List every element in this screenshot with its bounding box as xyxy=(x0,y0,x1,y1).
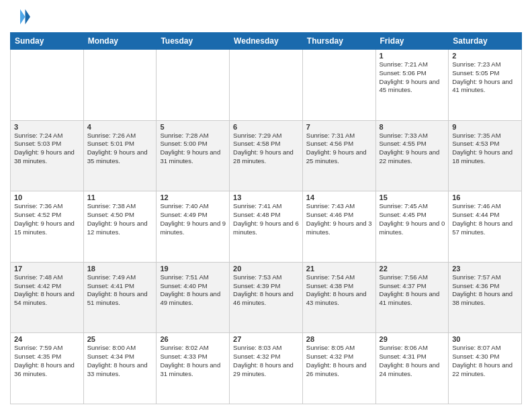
day-number: 22 xyxy=(380,265,445,273)
calendar-cell: 22Sunrise: 7:56 AMSunset: 4:37 PMDayligh… xyxy=(375,262,449,333)
day-info: Sunrise: 7:36 AMSunset: 4:52 PMDaylight:… xyxy=(14,202,80,236)
calendar-cell: 14Sunrise: 7:43 AMSunset: 4:46 PMDayligh… xyxy=(302,191,375,263)
weekday-header: Monday xyxy=(83,33,157,50)
day-number: 14 xyxy=(306,193,372,201)
day-info: Sunrise: 8:07 AMSunset: 4:30 PMDaylight:… xyxy=(452,344,518,378)
day-number: 6 xyxy=(233,123,299,131)
calendar-cell: 24Sunrise: 7:59 AMSunset: 4:35 PMDayligh… xyxy=(11,333,84,404)
calendar-cell: 16Sunrise: 7:46 AMSunset: 4:44 PMDayligh… xyxy=(449,191,522,263)
calendar-cell: 10Sunrise: 7:36 AMSunset: 4:52 PMDayligh… xyxy=(11,191,84,263)
calendar-cell xyxy=(157,50,230,121)
calendar-cell: 4Sunrise: 7:26 AMSunset: 5:01 PMDaylight… xyxy=(83,120,157,191)
calendar-week-row: 24Sunrise: 7:59 AMSunset: 4:35 PMDayligh… xyxy=(11,333,522,404)
logo-icon xyxy=(10,7,30,27)
day-info: Sunrise: 7:49 AMSunset: 4:41 PMDaylight:… xyxy=(87,273,153,308)
day-number: 5 xyxy=(160,123,226,131)
day-info: Sunrise: 7:40 AMSunset: 4:49 PMDaylight:… xyxy=(160,202,226,236)
day-number: 16 xyxy=(452,193,518,201)
calendar-header-row: SundayMondayTuesdayWednesdayThursdayFrid… xyxy=(11,33,522,50)
day-info: Sunrise: 7:24 AMSunset: 5:03 PMDaylight:… xyxy=(14,132,80,166)
calendar-cell xyxy=(230,50,303,121)
calendar-week-row: 10Sunrise: 7:36 AMSunset: 4:52 PMDayligh… xyxy=(11,191,522,263)
calendar-cell: 15Sunrise: 7:45 AMSunset: 4:45 PMDayligh… xyxy=(375,191,449,263)
day-info: Sunrise: 7:57 AMSunset: 4:36 PMDaylight:… xyxy=(452,273,518,308)
calendar-cell: 9Sunrise: 7:35 AMSunset: 4:53 PMDaylight… xyxy=(449,120,522,191)
calendar-cell: 20Sunrise: 7:53 AMSunset: 4:39 PMDayligh… xyxy=(230,262,303,333)
day-info: Sunrise: 7:21 AMSunset: 5:06 PMDaylight:… xyxy=(380,60,445,95)
day-info: Sunrise: 7:48 AMSunset: 4:42 PMDaylight:… xyxy=(14,273,80,308)
weekday-header: Sunday xyxy=(11,33,84,50)
calendar-cell: 29Sunrise: 8:06 AMSunset: 4:31 PMDayligh… xyxy=(375,333,449,404)
calendar-cell: 13Sunrise: 7:41 AMSunset: 4:48 PMDayligh… xyxy=(230,191,303,263)
day-number: 30 xyxy=(452,335,518,343)
day-info: Sunrise: 7:56 AMSunset: 4:37 PMDaylight:… xyxy=(380,273,445,308)
day-number: 12 xyxy=(160,193,226,201)
calendar-cell: 11Sunrise: 7:38 AMSunset: 4:50 PMDayligh… xyxy=(83,191,157,263)
calendar-cell: 28Sunrise: 8:05 AMSunset: 4:32 PMDayligh… xyxy=(302,333,375,404)
day-number: 24 xyxy=(14,335,80,343)
calendar-cell: 8Sunrise: 7:33 AMSunset: 4:55 PMDaylight… xyxy=(375,120,449,191)
day-number: 11 xyxy=(87,193,153,201)
day-info: Sunrise: 7:28 AMSunset: 5:00 PMDaylight:… xyxy=(160,132,226,166)
weekday-header: Tuesday xyxy=(157,33,230,50)
calendar-cell xyxy=(83,50,157,121)
calendar-cell: 5Sunrise: 7:28 AMSunset: 5:00 PMDaylight… xyxy=(157,120,230,191)
calendar-cell: 2Sunrise: 7:23 AMSunset: 5:05 PMDaylight… xyxy=(449,50,522,121)
day-info: Sunrise: 8:05 AMSunset: 4:32 PMDaylight:… xyxy=(306,344,372,378)
day-number: 25 xyxy=(87,335,153,343)
day-number: 3 xyxy=(14,123,80,131)
day-info: Sunrise: 7:41 AMSunset: 4:48 PMDaylight:… xyxy=(233,202,299,236)
day-number: 10 xyxy=(14,193,80,201)
day-info: Sunrise: 8:03 AMSunset: 4:32 PMDaylight:… xyxy=(233,344,299,378)
calendar-cell: 30Sunrise: 8:07 AMSunset: 4:30 PMDayligh… xyxy=(449,333,522,404)
day-info: Sunrise: 7:54 AMSunset: 4:38 PMDaylight:… xyxy=(306,273,372,308)
svg-marker-1 xyxy=(20,9,26,25)
day-info: Sunrise: 7:59 AMSunset: 4:35 PMDaylight:… xyxy=(14,344,80,378)
day-number: 15 xyxy=(380,193,445,201)
weekday-header: Friday xyxy=(375,33,449,50)
weekday-header: Saturday xyxy=(449,33,522,50)
day-info: Sunrise: 7:46 AMSunset: 4:44 PMDaylight:… xyxy=(452,202,518,236)
header xyxy=(10,7,522,27)
day-info: Sunrise: 7:45 AMSunset: 4:45 PMDaylight:… xyxy=(380,202,445,236)
day-number: 21 xyxy=(306,265,372,273)
day-number: 28 xyxy=(306,335,372,343)
day-info: Sunrise: 8:02 AMSunset: 4:33 PMDaylight:… xyxy=(160,344,226,378)
day-info: Sunrise: 7:35 AMSunset: 4:53 PMDaylight:… xyxy=(452,132,518,166)
calendar-cell: 6Sunrise: 7:29 AMSunset: 4:58 PMDaylight… xyxy=(230,120,303,191)
calendar-cell: 27Sunrise: 8:03 AMSunset: 4:32 PMDayligh… xyxy=(230,333,303,404)
calendar-cell: 19Sunrise: 7:51 AMSunset: 4:40 PMDayligh… xyxy=(157,262,230,333)
day-info: Sunrise: 7:43 AMSunset: 4:46 PMDaylight:… xyxy=(306,202,372,236)
day-info: Sunrise: 7:29 AMSunset: 4:58 PMDaylight:… xyxy=(233,132,299,166)
weekday-header: Wednesday xyxy=(230,33,303,50)
svg-marker-0 xyxy=(26,9,31,25)
day-info: Sunrise: 7:38 AMSunset: 4:50 PMDaylight:… xyxy=(87,202,153,236)
calendar-cell: 1Sunrise: 7:21 AMSunset: 5:06 PMDaylight… xyxy=(375,50,449,121)
logo xyxy=(10,7,33,27)
day-number: 17 xyxy=(14,265,80,273)
calendar-cell: 23Sunrise: 7:57 AMSunset: 4:36 PMDayligh… xyxy=(449,262,522,333)
calendar-week-row: 3Sunrise: 7:24 AMSunset: 5:03 PMDaylight… xyxy=(11,120,522,191)
calendar-cell xyxy=(11,50,84,121)
day-number: 19 xyxy=(160,265,226,273)
day-number: 2 xyxy=(452,52,518,60)
day-number: 29 xyxy=(380,335,445,343)
calendar-cell: 17Sunrise: 7:48 AMSunset: 4:42 PMDayligh… xyxy=(11,262,84,333)
calendar-cell: 7Sunrise: 7:31 AMSunset: 4:56 PMDaylight… xyxy=(302,120,375,191)
day-number: 13 xyxy=(233,193,299,201)
calendar-cell xyxy=(302,50,375,121)
day-number: 23 xyxy=(452,265,518,273)
day-info: Sunrise: 7:53 AMSunset: 4:39 PMDaylight:… xyxy=(233,273,299,308)
day-number: 27 xyxy=(233,335,299,343)
day-info: Sunrise: 8:00 AMSunset: 4:34 PMDaylight:… xyxy=(87,344,153,378)
calendar-week-row: 17Sunrise: 7:48 AMSunset: 4:42 PMDayligh… xyxy=(11,262,522,333)
calendar-week-row: 1Sunrise: 7:21 AMSunset: 5:06 PMDaylight… xyxy=(11,50,522,121)
day-info: Sunrise: 8:06 AMSunset: 4:31 PMDaylight:… xyxy=(380,344,445,378)
page: SundayMondayTuesdayWednesdayThursdayFrid… xyxy=(0,0,532,411)
day-number: 4 xyxy=(87,123,153,131)
day-number: 7 xyxy=(306,123,372,131)
day-info: Sunrise: 7:33 AMSunset: 4:55 PMDaylight:… xyxy=(380,132,445,166)
calendar: SundayMondayTuesdayWednesdayThursdayFrid… xyxy=(10,32,522,404)
day-number: 26 xyxy=(160,335,226,343)
calendar-cell: 12Sunrise: 7:40 AMSunset: 4:49 PMDayligh… xyxy=(157,191,230,263)
